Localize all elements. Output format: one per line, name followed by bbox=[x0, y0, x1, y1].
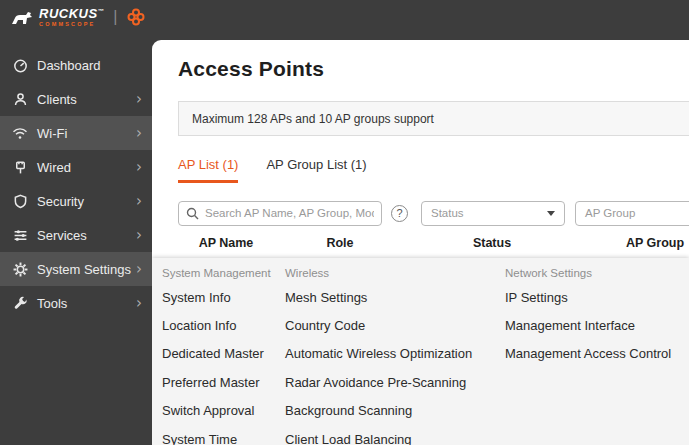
dashboard-icon bbox=[12, 57, 28, 73]
mega-menu-column-header: Network Settings bbox=[505, 263, 671, 283]
menu-item-preferred-master[interactable]: Preferred Master bbox=[162, 368, 271, 396]
search-icon bbox=[186, 207, 199, 220]
menu-item-mesh-settings[interactable]: Mesh Settings bbox=[285, 283, 472, 311]
menu-item-management-access-control[interactable]: Management Access Control bbox=[505, 340, 671, 368]
logo-divider: | bbox=[113, 8, 117, 26]
menu-item-system-info[interactable]: System Info bbox=[162, 283, 271, 311]
menu-item-client-load-balancing[interactable]: Client Load Balancing bbox=[285, 425, 472, 445]
help-icon[interactable]: ? bbox=[391, 205, 408, 222]
chevron-right-icon: › bbox=[136, 228, 142, 243]
filter-row: ? Status AP Group bbox=[178, 200, 689, 226]
system-settings-mega-menu: System Management System Info Location I… bbox=[152, 258, 689, 445]
tab-ap-group-list[interactable]: AP Group List (1) bbox=[266, 157, 366, 183]
commscope-icon bbox=[126, 7, 146, 27]
status-filter-placeholder: Status bbox=[431, 207, 464, 219]
tab-ap-list[interactable]: AP List (1) bbox=[178, 157, 238, 183]
brand-logo: RUCKUS™ COMMSCOPE | bbox=[10, 7, 146, 28]
menu-item-switch-approval[interactable]: Switch Approval bbox=[162, 397, 271, 425]
menu-item-ip-settings[interactable]: IP Settings bbox=[505, 283, 671, 311]
menu-item-country-code[interactable]: Country Code bbox=[285, 311, 472, 339]
mega-menu-column-network-settings: Network Settings IP Settings Management … bbox=[505, 263, 671, 368]
sidebar-item-label: Security bbox=[37, 194, 136, 209]
sidebar-item-label: Clients bbox=[37, 92, 136, 107]
column-header-ap-name[interactable]: AP Name bbox=[199, 236, 254, 250]
sidebar-item-label: Wired bbox=[37, 160, 136, 175]
chevron-right-icon: › bbox=[136, 126, 142, 141]
sidebar-item-dashboard[interactable]: Dashboard bbox=[0, 48, 152, 82]
status-filter-dropdown[interactable]: Status bbox=[421, 201, 565, 226]
menu-item-location-info[interactable]: Location Info bbox=[162, 311, 271, 339]
sidebar-item-security[interactable]: Security › bbox=[0, 184, 152, 218]
chevron-right-icon: › bbox=[136, 262, 142, 277]
ap-group-filter-dropdown[interactable]: AP Group bbox=[575, 201, 689, 226]
sidebar-item-wifi[interactable]: Wi-Fi › bbox=[0, 116, 152, 150]
sidebar-item-label: Services bbox=[37, 228, 136, 243]
gear-icon bbox=[12, 261, 28, 277]
menu-item-system-time[interactable]: System Time bbox=[162, 425, 271, 445]
menu-item-dedicated-master[interactable]: Dedicated Master bbox=[162, 340, 271, 368]
mega-menu-column-header: System Management bbox=[162, 263, 271, 283]
column-header-role[interactable]: Role bbox=[326, 236, 353, 250]
sidebar-item-tools[interactable]: Tools › bbox=[0, 286, 152, 320]
chevron-right-icon: › bbox=[136, 194, 142, 209]
sidebar-item-wired[interactable]: Wired › bbox=[0, 150, 152, 184]
ap-group-filter-placeholder: AP Group bbox=[585, 207, 635, 219]
brand-name: RUCKUS™ bbox=[39, 7, 104, 20]
brand-subname: COMMSCOPE bbox=[39, 22, 104, 28]
services-icon bbox=[12, 227, 28, 243]
sidebar-item-label: System Settings bbox=[37, 262, 136, 277]
chevron-right-icon: › bbox=[136, 160, 142, 175]
menu-item-radar-avoidance-pre-scanning[interactable]: Radar Avoidance Pre-Scanning bbox=[285, 368, 472, 396]
wired-icon bbox=[12, 159, 28, 175]
sidebar-item-label: Dashboard bbox=[37, 58, 142, 73]
ap-tabs: AP List (1) AP Group List (1) bbox=[178, 157, 367, 183]
caret-down-icon bbox=[547, 211, 555, 216]
sidebar: Dashboard Clients › Wi-Fi › Wired › Secu… bbox=[0, 48, 152, 445]
ap-search-box[interactable] bbox=[178, 201, 382, 226]
sidebar-item-clients[interactable]: Clients › bbox=[0, 82, 152, 116]
sidebar-item-services[interactable]: Services › bbox=[0, 218, 152, 252]
wifi-icon bbox=[12, 125, 28, 141]
main-panel: Access Points Maximum 128 APs and 10 AP … bbox=[152, 40, 689, 445]
chevron-right-icon: › bbox=[136, 296, 142, 311]
mega-menu-column-header: Wireless bbox=[285, 263, 472, 283]
ruckus-dog-icon bbox=[10, 9, 34, 26]
column-header-ap-group[interactable]: AP Group bbox=[626, 236, 684, 250]
top-bar: RUCKUS™ COMMSCOPE | bbox=[0, 0, 689, 40]
mega-menu-column-wireless: Wireless Mesh Settings Country Code Auto… bbox=[285, 263, 472, 445]
shield-icon bbox=[12, 193, 28, 209]
capacity-notice: Maximum 128 APs and 10 AP groups support bbox=[178, 101, 689, 136]
page-title: Access Points bbox=[178, 57, 324, 81]
sidebar-item-label: Wi-Fi bbox=[37, 126, 136, 141]
menu-item-management-interface[interactable]: Management Interface bbox=[505, 311, 671, 339]
mega-menu-column-system-management: System Management System Info Location I… bbox=[162, 263, 271, 445]
search-input[interactable] bbox=[205, 207, 374, 219]
sidebar-item-system-settings[interactable]: System Settings › bbox=[0, 252, 152, 286]
clients-icon bbox=[12, 91, 28, 107]
sidebar-item-label: Tools bbox=[37, 296, 136, 311]
column-header-status[interactable]: Status bbox=[473, 236, 511, 250]
chevron-right-icon: › bbox=[136, 92, 142, 107]
menu-item-automatic-wireless-optimization[interactable]: Automatic Wireless Optimization bbox=[285, 340, 472, 368]
wrench-icon bbox=[12, 295, 28, 311]
ap-table-header: AP Name Role Status AP Group bbox=[152, 236, 689, 260]
menu-item-background-scanning[interactable]: Background Scanning bbox=[285, 397, 472, 425]
